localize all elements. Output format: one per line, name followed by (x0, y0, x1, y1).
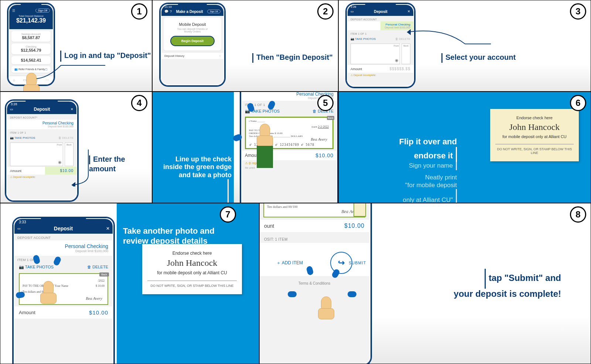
status-time: 3:28 (11, 102, 17, 106)
endorse-line: for mobile deposit only at Alliant CU (495, 134, 574, 139)
account-select[interactable]: Personal Checking (386, 23, 410, 26)
item-label: ITEM 1 OF 1 (7, 129, 76, 135)
deposit-count: OSIT: 1 ITEM (259, 232, 370, 243)
trash-icon (395, 37, 398, 41)
trash-icon (87, 265, 91, 269)
total-label: Total Deposit Balance (16, 15, 46, 17)
back-thumb: Back (99, 272, 109, 277)
acct1-label: Savings Account (14, 33, 48, 35)
wallet-icon[interactable]: ▭ (351, 10, 354, 13)
caption-6c: Neatly print "for mobile deposit only at… (353, 166, 457, 203)
camera-placeholder-icon: ◉ (395, 58, 399, 63)
status-time: 11:10 (164, 5, 172, 8)
signoff-button[interactable]: Sign Off (207, 10, 221, 13)
step-4: 4 ▭ Deposit 3:28 DEPOSIT ACCOUNT* Person… (0, 92, 152, 203)
trash-icon (58, 136, 61, 140)
section-label: DEPOSIT ACCOUNT* (7, 114, 76, 120)
check-date: 2-2-2022 (318, 125, 329, 128)
svg-marker-1 (72, 183, 75, 186)
amount-label: Amount (351, 67, 362, 71)
signoff-pill[interactable]: Sign Off (35, 8, 50, 13)
mobile-deposit-sub: You can deposit Checks or Money Orders (167, 28, 218, 33)
endorse-fineprint: DO NOT WRITE, SIGN, OR STAMP BELOW THIS … (495, 147, 574, 155)
screen-title: Deposit (354, 10, 407, 14)
caption-8: tap "Submit" and your deposit is complet… (384, 258, 561, 299)
step-6: 6 Flip it over and endorse it Sign your … (338, 92, 591, 203)
step-3: 3 ▭ Deposit 3:28 DEPOSIT ACCOUNT Persona… (338, 0, 591, 92)
section-label: DEPOSIT ACCOUNT (14, 234, 113, 240)
caption-3: Select your account (441, 44, 516, 63)
terms-link[interactable]: Terms & Conditions (259, 276, 370, 291)
amount-label: Amount (10, 169, 21, 173)
amount-value[interactable]: $10.00 (344, 223, 365, 229)
screen-title: Deposit (21, 226, 106, 231)
begin-deposit-button[interactable]: Begin Deposit (170, 36, 215, 46)
phone-mock: ▭ Deposit 3:28 DEPOSIT ACCOUNT* Personal… (5, 99, 79, 202)
check-date: /2022 (98, 279, 105, 282)
close-icon[interactable] (71, 107, 74, 111)
caption-5: Line up the check inside the green edge … (158, 147, 232, 203)
step-badge: 7 (220, 206, 236, 223)
amount-label: ount (264, 223, 274, 229)
delete-button[interactable]: DELETE (87, 265, 108, 269)
amount-value[interactable]: $$$$$$.$$ (390, 67, 410, 71)
step-7: 7 Take another photo and review deposit … (0, 203, 259, 364)
amount-label: Amount (19, 310, 35, 315)
amount-value[interactable]: $10.00 (315, 152, 334, 158)
camera-placeholder-icon: ◉ (58, 160, 62, 165)
camera-icon (351, 37, 354, 41)
amount-value[interactable]: $10.00 (89, 309, 108, 316)
close-icon[interactable] (106, 226, 110, 231)
caption-4: Enter the amount (89, 146, 152, 173)
phone-mock: ▭ Deposit 3:28 DEPOSIT ACCOUNT Personal … (345, 3, 416, 88)
close-icon[interactable] (407, 10, 410, 13)
check-name: r Name ______ (249, 120, 265, 123)
svg-marker-0 (407, 30, 410, 34)
acct1-balance: $8,587.87 (14, 35, 48, 40)
bullet-captured: Ite ured (242, 166, 337, 169)
screen-title: Make a Deposit (172, 10, 207, 14)
status-time: 3:33 (19, 220, 26, 224)
take-photos-button[interactable]: TAKE PHOTOS (19, 265, 54, 269)
take-photos-button[interactable]: TAKE PHOTOS (351, 37, 376, 41)
add-item-button[interactable]: ＋ ADD ITEM (276, 260, 303, 266)
step-badge: 8 (570, 206, 586, 223)
step-5: 5 Line up the check inside the green edg… (152, 92, 338, 203)
deposit-history-link[interactable]: Deposit History (164, 54, 184, 58)
submit-icon (338, 258, 345, 268)
step-1: 1 ☰ Sign Off Total Deposit Balance $21,1… (0, 0, 152, 92)
endorse-signature: John Hancock (147, 258, 237, 268)
phone-mock: 💬? Make a Deposit Sign Off 11:10 Mobile … (159, 3, 226, 87)
phone-mock: Ten dollars and 00/100 Bea Avery John ou… (259, 203, 372, 364)
endorse-signature: John Hancock (495, 122, 574, 132)
step-badge: 2 (317, 3, 334, 20)
endorse-title: Endorse check here (495, 116, 574, 120)
incomplete-warning: ⚠ D mplete: (242, 160, 337, 166)
front-label: Front (57, 144, 62, 146)
screen-title: Deposit (13, 107, 71, 112)
check-words: Ten dollars and 00/100 (267, 205, 298, 209)
step-8: 8 tap "Submit" and your deposit is compl… (259, 203, 591, 364)
item-label: ITEM 1 OF 1 (348, 30, 413, 36)
endorse-title: Endorse check here (147, 251, 237, 256)
account-select[interactable]: Personal Checking (42, 121, 74, 125)
account-select[interactable]: Personal Checking (65, 243, 108, 249)
step-badge: 6 (570, 95, 586, 111)
wallet-icon[interactable]: ▭ (10, 107, 13, 111)
step-badge: 4 (131, 95, 147, 111)
wallet-icon[interactable]: ▭ (17, 227, 21, 230)
delete-button[interactable]: DELETE (58, 136, 74, 140)
take-photos-button[interactable]: TAKE PHOTOS (10, 136, 35, 140)
endorsed-check-back: Endorse check here John Hancock for mobi… (142, 244, 242, 294)
step-badge: 5 (317, 95, 334, 111)
deposit-limit: Deposit limit $100,000 (75, 249, 108, 253)
incomplete-warning: ⚠ Deposit incomplete: (7, 175, 76, 180)
caption-1: Log in and tap "Deposit" (60, 42, 151, 62)
step-badge: 3 (570, 3, 586, 20)
check-amount: $ 10.00 (96, 284, 105, 288)
phone-mock: ▭ Deposit 3:33 DEPOSIT ACCOUNT Personal … (12, 217, 115, 364)
camera-icon (10, 136, 14, 140)
incomplete-warning: ⚠ Deposit incomplete: (348, 73, 413, 78)
deposit-limit: Deposit limit $100,000 (48, 125, 74, 128)
trash-icon (312, 109, 317, 113)
